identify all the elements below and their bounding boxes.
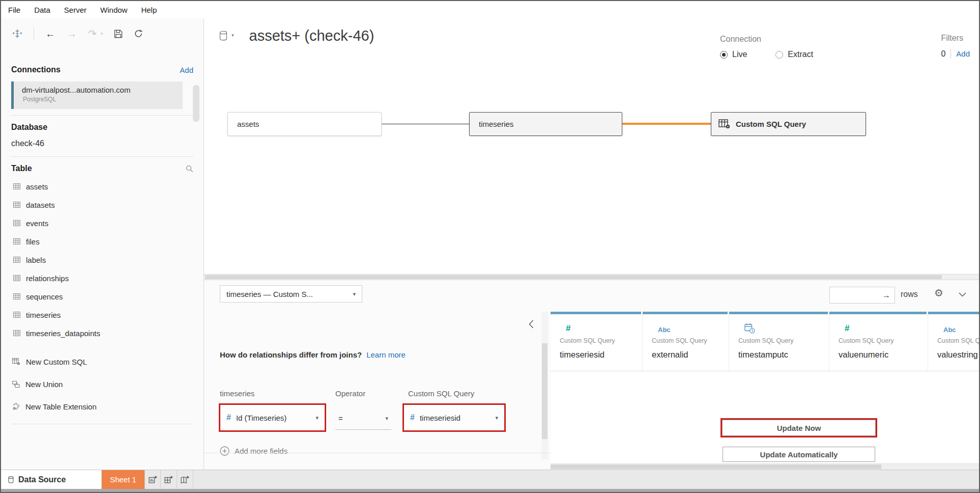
- redo-icon[interactable]: ↷: [88, 29, 97, 39]
- grid-column-externalid[interactable]: Abc Custom SQL Query externalid: [643, 312, 729, 371]
- table-item-files[interactable]: files: [11, 232, 193, 251]
- operator-dropdown[interactable]: = ▾: [335, 407, 391, 430]
- table-item-assets[interactable]: assets: [11, 177, 193, 196]
- scrollbar-thumb[interactable]: [542, 343, 547, 439]
- data-model-canvas: ▾ assets+ (check-46) Connection Live Ext…: [204, 18, 979, 274]
- grid-column-valuestring[interactable]: Abc Custom SQL Query valuestring: [928, 312, 979, 371]
- union-icon: [12, 381, 20, 388]
- chevron-down-icon[interactable]: [959, 292, 966, 297]
- table-item-datasets[interactable]: datasets: [11, 196, 193, 214]
- scrollbar-thumb[interactable]: [205, 275, 942, 279]
- connection-item[interactable]: dm-virtualpost...automation.com PostgreS…: [11, 81, 183, 109]
- menu-window[interactable]: Window: [100, 6, 127, 14]
- learn-more-link[interactable]: Learn more: [366, 350, 406, 359]
- database-name[interactable]: check-46: [11, 139, 193, 148]
- table-gear-icon: [12, 358, 20, 365]
- panel-divider: [204, 453, 551, 453]
- right-field-dropdown[interactable]: timeseriesid: [420, 414, 460, 422]
- tab-sheet-1[interactable]: Sheet 1: [102, 470, 145, 489]
- left-field-dropdown[interactable]: Id (Timeseries): [236, 414, 286, 422]
- redo-dropdown-caret-icon[interactable]: ▾: [101, 31, 103, 36]
- new-dashboard-button[interactable]: [161, 470, 177, 489]
- relationship-connector-selected[interactable]: [622, 123, 711, 125]
- table-item-events[interactable]: events: [11, 214, 193, 232]
- string-type-icon: Abc: [658, 326, 671, 334]
- filters-count: 0: [941, 49, 945, 59]
- radio-extract-label: Extract: [788, 50, 813, 59]
- table-grid-icon: [13, 257, 20, 263]
- table-item-sequences[interactable]: sequences: [11, 287, 193, 306]
- sidebar-scrollbar[interactable]: [193, 85, 199, 122]
- filters-add-link[interactable]: Add: [956, 49, 970, 58]
- radio-extract-circle[interactable]: [775, 51, 783, 59]
- title-dropdown-caret-icon[interactable]: ▾: [232, 33, 234, 38]
- refresh-icon[interactable]: [134, 29, 143, 38]
- update-now-button[interactable]: Update Now: [722, 420, 876, 436]
- action-label: New Custom SQL: [26, 358, 87, 366]
- new-union[interactable]: New Union: [11, 373, 193, 395]
- grid-horizontal-scrollbar[interactable]: [551, 463, 979, 470]
- datasource-title-block: ▾ assets+ (check-46): [219, 31, 374, 44]
- menu-server[interactable]: Server: [64, 6, 87, 14]
- tab-data-source-label: Data Source: [18, 475, 66, 484]
- menu-file[interactable]: File: [8, 6, 20, 14]
- collapse-chevron-icon[interactable]: [529, 320, 534, 328]
- node-label: Custom SQL Query: [736, 120, 806, 128]
- grid-column-timestamputc[interactable]: Custom SQL Query timestamputc: [729, 312, 829, 371]
- toolbar-divider: [34, 27, 34, 40]
- table-grid-icon: [13, 275, 20, 281]
- back-arrow-icon[interactable]: ←: [45, 29, 55, 39]
- menu-help[interactable]: Help: [141, 6, 157, 14]
- relationship-connector-gray[interactable]: [382, 123, 469, 125]
- forward-arrow-icon[interactable]: →: [67, 29, 77, 39]
- radio-extract[interactable]: Extract: [775, 50, 813, 59]
- datasource-title[interactable]: assets+ (check-46): [249, 28, 374, 44]
- string-type-icon: Abc: [943, 326, 956, 334]
- rows-label: rows: [901, 290, 918, 299]
- connection-type-block: Connection Live Extract: [720, 35, 813, 59]
- table-item-timeseries[interactable]: timeseries: [11, 306, 193, 324]
- relationship-pair-select[interactable]: timeseries — Custom S... ▾: [220, 285, 362, 303]
- chevron-down-icon: ▾: [353, 291, 356, 297]
- scrollbar-thumb[interactable]: [551, 464, 881, 469]
- tab-data-source[interactable]: Data Source: [1, 470, 102, 489]
- new-custom-sql[interactable]: New Custom SQL: [11, 350, 193, 373]
- add-more-fields-button[interactable]: Add more fields: [220, 446, 287, 456]
- table-item-relationships[interactable]: relationships: [11, 269, 193, 287]
- chevron-down-icon[interactable]: ▾: [495, 415, 498, 421]
- column-field-name: valuenumeric: [839, 350, 928, 360]
- tableau-logo-icon[interactable]: [12, 29, 22, 39]
- save-icon[interactable]: [114, 30, 123, 38]
- radio-live-circle[interactable]: [720, 51, 728, 59]
- action-label: New Union: [25, 380, 63, 389]
- node-timeseries[interactable]: timeseries: [469, 112, 622, 136]
- radio-live[interactable]: Live: [720, 50, 747, 59]
- update-automatically-button[interactable]: Update Automatically: [723, 447, 875, 462]
- new-table-extension[interactable]: New Table Extension: [11, 395, 193, 418]
- column-source: Custom SQL Query: [652, 337, 729, 344]
- new-worksheet-button[interactable]: [145, 470, 161, 489]
- data-preview-grid: # Custom SQL Query timeseriesid Abc Cust…: [551, 312, 979, 470]
- chevron-down-icon[interactable]: ▾: [315, 415, 319, 421]
- menu-bar: File Data Server Window Help: [1, 1, 979, 18]
- gear-icon[interactable]: ⚙: [934, 287, 943, 299]
- connections-add-link[interactable]: Add: [180, 66, 193, 74]
- node-custom-sql-query[interactable]: Custom SQL Query: [711, 112, 866, 136]
- canvas-horizontal-scrollbar[interactable]: [204, 274, 979, 280]
- table-search-icon[interactable]: [186, 165, 193, 173]
- menu-data[interactable]: Data: [34, 6, 50, 14]
- grid-column-timeseriesid[interactable]: # Custom SQL Query timeseriesid: [551, 312, 643, 371]
- go-arrow-icon[interactable]: →: [882, 291, 890, 300]
- database-cylinder-icon[interactable]: [219, 31, 227, 41]
- column-source: Custom SQL Query: [738, 337, 829, 344]
- table-item-labels[interactable]: labels: [11, 251, 193, 269]
- connection-label: Connection: [720, 35, 813, 44]
- new-story-button[interactable]: [177, 470, 193, 489]
- grid-column-valuenumeric[interactable]: # Custom SQL Query valuenumeric: [829, 312, 928, 371]
- relationship-vertical-scrollbar[interactable]: [541, 312, 548, 459]
- table-item-timeseries-datapoints[interactable]: timeseries_datapoints: [11, 324, 193, 342]
- rows-count-input[interactable]: →: [829, 287, 895, 304]
- new-dashboard-icon: [164, 476, 173, 483]
- node-assets[interactable]: assets: [227, 112, 382, 136]
- sidebar-divider: [11, 156, 193, 157]
